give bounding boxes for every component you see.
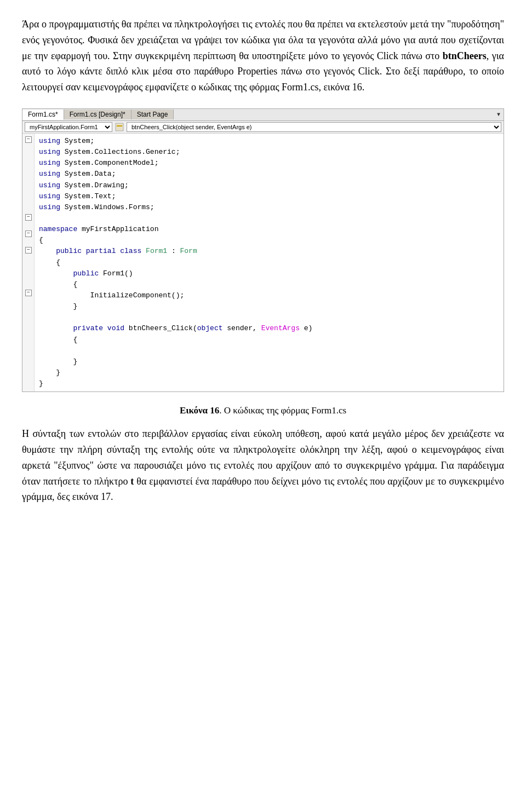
- paragraph-1: Άρα ο προγραμματιστής θα πρέπει να πληκτ…: [22, 16, 504, 95]
- collapse-btn-3[interactable]: −: [25, 231, 32, 237]
- collapse-btn-1[interactable]: −: [25, 136, 32, 143]
- tab-scroll-arrow[interactable]: ▼: [494, 111, 504, 119]
- tab-start-page[interactable]: Start Page: [132, 110, 174, 119]
- ide-code-area: − − − − − using System; using: [22, 134, 504, 391]
- class-select[interactable]: myFirstApplication.Form1: [25, 122, 112, 132]
- figure-caption: Εικόνα 16. Ο κώδικας της φόρμας Form1.cs: [22, 405, 504, 416]
- tab-form1-cs[interactable]: Form1.cs*: [22, 110, 64, 120]
- collapse-btn-2[interactable]: −: [25, 214, 32, 221]
- ide-screenshot: Form1.cs* Form1.cs [Design]* Start Page …: [22, 108, 504, 392]
- toolbar-icon: [115, 122, 124, 132]
- method-select[interactable]: btnCheers_Click(object sender, EventArgs…: [127, 122, 501, 132]
- code-content[interactable]: using System; using System.Collections.G…: [35, 134, 504, 391]
- svg-rect-1: [117, 125, 122, 126]
- ide-toolbar: myFirstApplication.Form1 btnCheers_Click…: [22, 121, 504, 134]
- caption-label: Εικόνα 16: [180, 405, 219, 416]
- ide-tab-bar: Form1.cs* Form1.cs [Design]* Start Page …: [22, 109, 504, 121]
- collapse-btn-4[interactable]: −: [25, 247, 32, 254]
- ide-gutter: − − − − −: [22, 134, 35, 391]
- tab-form1-design[interactable]: Form1.cs [Design]*: [64, 110, 132, 119]
- collapse-btn-5[interactable]: −: [25, 290, 32, 296]
- caption-text: . Ο κώδικας της φόρμας Form1.cs: [219, 405, 346, 416]
- paragraph-2: Η σύνταξη των εντολών στο περιβάλλον εργ…: [22, 426, 504, 505]
- svg-rect-0: [116, 123, 123, 131]
